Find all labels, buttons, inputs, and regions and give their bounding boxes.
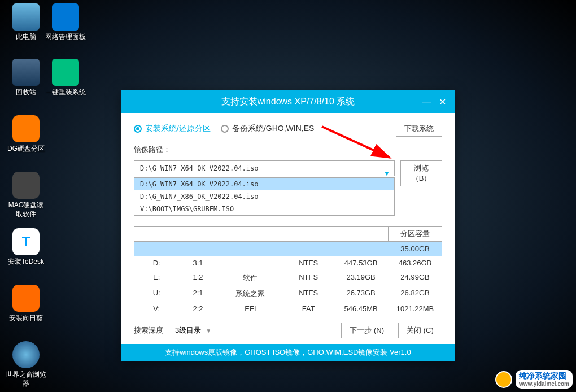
- search-depth-label: 搜索深度: [134, 325, 163, 336]
- radio-dot-icon: [134, 125, 142, 133]
- col-capacity: 分区容量: [389, 227, 442, 241]
- desktop-icon-sunflower[interactable]: 安装向日葵: [6, 285, 46, 323]
- col-used: [333, 227, 389, 241]
- dialog-footer: 搜索深度 3级目录 下一步 (N) 关闭 (C): [134, 323, 442, 338]
- disk-genius-icon: [12, 115, 40, 142]
- status-bar: 支持windows原版镜像，GHOST ISO镜像，GHO,WIM,ESD镜像安…: [121, 344, 455, 361]
- table-row[interactable]: U: 2:1 系统之家 NTFS 26.73GB 26.82GB: [134, 286, 442, 302]
- dropdown-item[interactable]: V:\BOOT\IMGS\GRUBFM.ISO: [134, 203, 394, 215]
- desktop-icon-label: 一键重装系统: [45, 88, 86, 97]
- radio-install-restore[interactable]: 安装系统/还原分区: [134, 124, 211, 134]
- image-path-dropdown: D:\G_WIN7_X64_OK_V2022.04.iso D:\G_WIN7_…: [134, 177, 395, 216]
- table-row[interactable]: D: 3:1 NTFS 447.53GB 463.26GB: [134, 256, 442, 270]
- desktop-icon-dg-disk[interactable]: DG硬盘分区: [6, 115, 46, 154]
- dropdown-item[interactable]: D:\G_WIN7_X64_OK_V2022.04.iso: [134, 178, 394, 190]
- dialog-content: 安装系统/还原分区 备份系统/GHO,WIN,ES 下载系统 镜像路径： ▼ D…: [121, 113, 455, 344]
- search-depth-select[interactable]: 3级目录: [169, 323, 215, 338]
- table-header: 分区容量: [134, 226, 442, 242]
- table-row[interactable]: E: 1:2 软件 NTFS 23.19GB 24.99GB: [134, 270, 442, 286]
- image-path-input[interactable]: [134, 160, 395, 176]
- watermark-text: 纯净系统家园 www.yidaimei.com: [516, 370, 573, 389]
- image-path-label: 镜像路径：: [134, 145, 442, 155]
- col-num: [178, 227, 217, 241]
- desktop-icon-todesk[interactable]: T 安装ToDesk: [6, 228, 46, 267]
- radio-backup[interactable]: 备份系统/GHO,WIN,ES: [221, 124, 314, 134]
- next-button[interactable]: 下一步 (N): [341, 323, 392, 338]
- computer-icon: [12, 3, 40, 31]
- col-label: [217, 227, 283, 241]
- desktop-icon-mac-disk[interactable]: MAC硬盘读取软件: [6, 172, 46, 219]
- mac-disk-icon: [12, 172, 40, 199]
- download-system-button[interactable]: 下载系统: [396, 121, 442, 137]
- title-bar[interactable]: 支持安装windows XP/7/8/10 系统 — ✕: [121, 90, 455, 113]
- close-dialog-button[interactable]: 关闭 (C): [398, 323, 442, 338]
- recycle-bin-icon: [12, 59, 40, 86]
- reinstall-icon: [52, 59, 79, 86]
- radio-label: 备份系统/GHO,WIN,ES: [232, 124, 314, 134]
- globe-icon: [12, 341, 40, 368]
- desktop-icon-this-pc[interactable]: 此电脑: [6, 3, 46, 42]
- install-dialog: 支持安装windows XP/7/8/10 系统 — ✕ 安装系统/还原分区 备…: [121, 90, 455, 361]
- todesk-icon: T: [12, 228, 40, 255]
- desktop-icon-label: 世界之窗浏览器: [6, 371, 46, 388]
- desktop-icon-reinstall[interactable]: 一键重装系统: [45, 59, 86, 97]
- col-format: [283, 227, 333, 241]
- image-path-row: ▼ D:\G_WIN7_X64_OK_V2022.04.iso D:\G_WIN…: [134, 160, 442, 186]
- desktop-icon-label: 回收站: [6, 88, 46, 97]
- close-button[interactable]: ✕: [437, 96, 448, 107]
- desktop-icon-label: 网络管理面板: [45, 33, 86, 42]
- desktop-icon-label: DG硬盘分区: [6, 145, 46, 154]
- network-icon: [52, 3, 79, 31]
- desktop-icon-recycle-bin[interactable]: 回收站: [6, 59, 46, 97]
- desktop-icon-label: MAC硬盘读取软件: [6, 201, 46, 219]
- minimize-button[interactable]: —: [421, 96, 432, 107]
- table-row[interactable]: 35.00GB: [134, 242, 442, 256]
- mode-radio-group: 安装系统/还原分区 备份系统/GHO,WIN,ES 下载系统: [134, 121, 442, 137]
- browse-button[interactable]: 浏览（B）: [400, 160, 442, 186]
- dialog-title: 支持安装windows XP/7/8/10 系统: [221, 96, 355, 108]
- sunflower-icon: [12, 285, 40, 312]
- desktop-icon-label: 安装向日葵: [6, 314, 46, 323]
- dropdown-item[interactable]: D:\G_WIN7_X86_OK_V2022.04.iso: [134, 190, 394, 203]
- radio-label: 安装系统/还原分区: [145, 124, 211, 134]
- watermark-logo-icon: [495, 371, 512, 388]
- table-row[interactable]: V: 2:2 EFI FAT 546.45MB 1021.22MB: [134, 302, 442, 316]
- desktop-icon-label: 此电脑: [6, 33, 46, 42]
- partition-table: 分区容量 35.00GB D: 3:1 NTFS 447.53GB 463.26…: [134, 226, 442, 316]
- desktop-icon-world-browser[interactable]: 世界之窗浏览器: [6, 341, 46, 388]
- watermark: 纯净系统家园 www.yidaimei.com: [495, 370, 573, 389]
- image-path-combo[interactable]: ▼ D:\G_WIN7_X64_OK_V2022.04.iso D:\G_WIN…: [134, 160, 395, 186]
- radio-dot-icon: [221, 125, 229, 133]
- desktop-icon-label: 安装ToDesk: [6, 258, 46, 267]
- col-drive: [134, 227, 178, 241]
- desktop-icon-network-panel[interactable]: 网络管理面板: [45, 3, 86, 42]
